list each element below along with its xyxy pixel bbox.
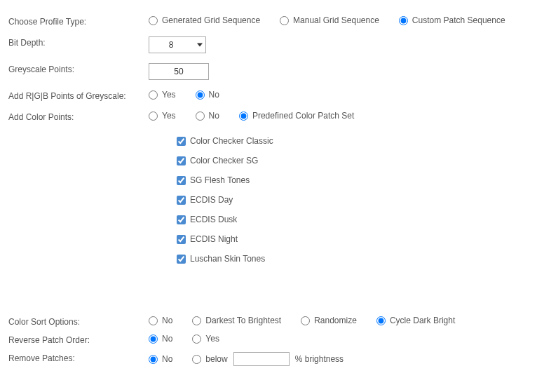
greyscale-points-control [149, 63, 529, 80]
cb-luschan-skin-tones-label: Luschan Skin Tones [190, 254, 265, 264]
cb-color-checker-classic[interactable]: Color Checker Classic [177, 136, 529, 146]
cb-ecdis-dusk-input[interactable] [177, 215, 186, 224]
radio-sort-randomize[interactable]: Randomize [301, 316, 357, 325]
row-bit-depth: Bit Depth: 8 [8, 36, 529, 53]
radio-sort-no[interactable]: No [149, 316, 172, 325]
radio-remove-no-input[interactable] [149, 355, 158, 364]
cb-sg-flesh-tones-label: SG Flesh Tones [190, 175, 250, 185]
radio-sort-dark-to-bright[interactable]: Darkest To Brightest [192, 316, 281, 325]
radio-sort-cycle-label: Cycle Dark Bright [390, 316, 455, 325]
radio-manual-grid[interactable]: Manual Grid Sequence [280, 15, 379, 25]
radio-reverse-no-input[interactable] [149, 334, 158, 344]
radio-reverse-no[interactable]: No [149, 334, 172, 344]
cb-color-checker-sg[interactable]: Color Checker SG [177, 156, 529, 165]
radio-sort-dark-to-bright-input[interactable] [192, 316, 201, 325]
greyscale-points-input[interactable] [149, 63, 209, 80]
cb-ecdis-day[interactable]: ECDIS Day [177, 195, 529, 205]
radio-add-rgb-no-label: No [209, 90, 219, 100]
bit-depth-select[interactable]: 8 [149, 36, 206, 53]
radio-reverse-yes-input[interactable] [192, 334, 201, 344]
remove-patches-value-input[interactable] [233, 352, 290, 366]
cb-color-checker-sg-label: Color Checker SG [190, 156, 258, 165]
radio-sort-randomize-input[interactable] [301, 316, 310, 325]
row-greyscale-points: Greyscale Points: [8, 63, 529, 80]
radio-add-color-yes-label: Yes [162, 111, 176, 121]
label-reverse-patch: Reverse Patch Order: [8, 334, 149, 345]
label-bit-depth: Bit Depth: [8, 36, 149, 48]
bit-depth-control: 8 [149, 36, 529, 53]
radio-generated-grid[interactable]: Generated Grid Sequence [149, 15, 260, 25]
cb-color-checker-classic-label: Color Checker Classic [190, 136, 273, 146]
label-profile-type: Choose Profile Type: [8, 15, 149, 27]
settings-form: Choose Profile Type: Generated Grid Sequ… [0, 0, 537, 384]
radio-remove-below[interactable]: below [192, 354, 227, 364]
add-rgb-options: Yes No [149, 90, 529, 100]
remove-patches-options: No below % brightness [149, 352, 529, 366]
radio-remove-no[interactable]: No [149, 354, 172, 364]
radio-reverse-yes[interactable]: Yes [192, 334, 219, 344]
cb-color-checker-classic-input[interactable] [177, 137, 186, 146]
add-color-options: Yes No Predefined Color Patch Set [149, 111, 529, 121]
radio-add-color-no[interactable]: No [196, 111, 219, 121]
cb-ecdis-dusk-label: ECDIS Dusk [190, 215, 237, 224]
reverse-patch-options: No Yes [149, 334, 529, 344]
radio-add-rgb-no-input[interactable] [196, 90, 205, 100]
radio-add-color-no-input[interactable] [196, 111, 205, 121]
row-remove-patches: Remove Patches: No below % brightness [8, 352, 529, 366]
radio-add-rgb-yes-input[interactable] [149, 90, 158, 100]
radio-custom-patch-input[interactable] [399, 16, 408, 25]
radio-remove-below-input[interactable] [192, 355, 201, 364]
radio-sort-no-label: No [162, 316, 172, 325]
label-add-rgb: Add R|G|B Points of Greyscale: [8, 90, 149, 101]
radio-add-color-predefined[interactable]: Predefined Color Patch Set [239, 111, 354, 121]
label-remove-patches: Remove Patches: [8, 352, 149, 363]
radio-add-rgb-yes-label: Yes [162, 90, 176, 100]
radio-add-color-yes[interactable]: Yes [149, 111, 176, 121]
radio-custom-patch[interactable]: Custom Patch Sequence [399, 15, 505, 25]
row-profile-type: Choose Profile Type: Generated Grid Sequ… [8, 15, 529, 27]
remove-patches-suffix: % brightness [295, 354, 344, 364]
radio-add-color-predefined-input[interactable] [239, 111, 248, 121]
cb-ecdis-day-input[interactable] [177, 196, 186, 205]
radio-reverse-no-label: No [162, 334, 172, 344]
row-add-color: Add Color Points: Yes No Predefined Colo… [8, 111, 529, 273]
label-greyscale-points: Greyscale Points: [8, 63, 149, 74]
radio-sort-cycle[interactable]: Cycle Dark Bright [376, 316, 455, 325]
cb-ecdis-day-label: ECDIS Day [190, 195, 233, 205]
cb-ecdis-night-input[interactable] [177, 235, 186, 244]
radio-sort-no-input[interactable] [149, 316, 158, 325]
radio-generated-grid-label: Generated Grid Sequence [162, 15, 260, 25]
row-add-rgb: Add R|G|B Points of Greyscale: Yes No [8, 90, 529, 101]
spacer [8, 283, 529, 309]
radio-remove-below-label: below [205, 354, 227, 364]
label-add-color: Add Color Points: [8, 111, 149, 122]
radio-generated-grid-input[interactable] [149, 16, 158, 25]
cb-sg-flesh-tones[interactable]: SG Flesh Tones [177, 175, 529, 185]
radio-sort-dark-to-bright-label: Darkest To Brightest [205, 316, 281, 325]
radio-manual-grid-input[interactable] [280, 16, 289, 25]
bit-depth-value: 8 [149, 37, 193, 53]
label-color-sort: Color Sort Options: [8, 316, 149, 327]
cb-ecdis-dusk[interactable]: ECDIS Dusk [177, 215, 529, 224]
cb-color-checker-sg-input[interactable] [177, 156, 186, 165]
cb-ecdis-night[interactable]: ECDIS Night [177, 234, 529, 244]
radio-add-rgb-yes[interactable]: Yes [149, 90, 176, 100]
add-color-control: Yes No Predefined Color Patch Set Color … [149, 111, 529, 273]
radio-sort-randomize-label: Randomize [314, 316, 357, 325]
predefined-patch-list: Color Checker Classic Color Checker SG S… [177, 136, 529, 264]
radio-remove-no-label: No [162, 354, 172, 364]
color-sort-options: No Darkest To Brightest Randomize Cycle … [149, 316, 529, 325]
cb-sg-flesh-tones-input[interactable] [177, 176, 186, 185]
radio-add-color-predefined-label: Predefined Color Patch Set [252, 111, 354, 121]
cb-luschan-skin-tones-input[interactable] [177, 255, 186, 264]
cb-luschan-skin-tones[interactable]: Luschan Skin Tones [177, 254, 529, 264]
radio-add-rgb-no[interactable]: No [196, 90, 219, 100]
row-reverse-patch: Reverse Patch Order: No Yes [8, 334, 529, 345]
cb-ecdis-night-label: ECDIS Night [190, 234, 238, 244]
radio-reverse-yes-label: Yes [205, 334, 219, 344]
radio-add-color-yes-input[interactable] [149, 111, 158, 121]
profile-type-options: Generated Grid Sequence Manual Grid Sequ… [149, 15, 529, 25]
radio-sort-cycle-input[interactable] [376, 316, 386, 325]
radio-add-color-no-label: No [209, 111, 219, 121]
chevron-down-icon [197, 43, 203, 47]
